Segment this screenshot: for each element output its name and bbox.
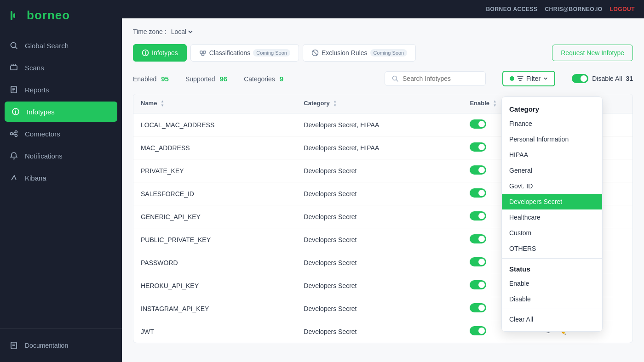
- stat-enabled: Enabled 95: [133, 75, 169, 83]
- filter-disable[interactable]: Disable: [502, 291, 602, 307]
- row-toggle[interactable]: [470, 211, 486, 221]
- search-input[interactable]: [402, 75, 476, 82]
- dropdown-divider: [502, 258, 602, 259]
- cell-category: Developers Secret, HIPAA: [296, 113, 462, 136]
- svg-point-14: [15, 110, 16, 111]
- sidebar-nav: Global Search Scans Reports Infotypes Co…: [0, 31, 122, 328]
- sidebar-item-label: Scans: [25, 64, 44, 72]
- doc-icon: [9, 341, 18, 350]
- sidebar-bottom-label: Documentation: [25, 342, 68, 349]
- tab-classifications[interactable]: Classifications Coming Soon: [190, 44, 299, 62]
- sidebar-item-global-search[interactable]: Global Search: [0, 34, 122, 57]
- logo-icon: [9, 9, 22, 22]
- cell-category: Developers Secret, HIPAA: [296, 136, 462, 159]
- row-toggle[interactable]: [470, 303, 486, 312]
- row-toggle[interactable]: [470, 188, 486, 198]
- row-toggle[interactable]: [470, 142, 486, 152]
- clear-all-button[interactable]: Clear All: [502, 311, 602, 328]
- row-toggle[interactable]: [470, 257, 486, 266]
- category-section-title: Category: [502, 101, 602, 116]
- exclusion-rules-badge: Coming Soon: [370, 49, 408, 57]
- cell-category: Developers Secret: [296, 320, 462, 343]
- filter-icon: [517, 75, 523, 82]
- svg-line-19: [13, 134, 15, 135]
- sidebar-item-label: Connectors: [25, 130, 60, 138]
- cell-category: Developers Secret: [296, 251, 462, 274]
- filter-finance[interactable]: Finance: [502, 116, 602, 131]
- logo: borneo: [0, 0, 122, 31]
- svg-point-17: [15, 135, 17, 137]
- cell-name: INSTAGRAM_API_KEY: [133, 297, 296, 320]
- filter-button[interactable]: Filter: [502, 71, 555, 86]
- sidebar-item-label: Global Search: [25, 42, 69, 50]
- tab-exclusion-rules[interactable]: Exclusion Rules Coming Soon: [303, 44, 416, 62]
- sidebar: borneo Global Search Scans Reports Infot…: [0, 0, 122, 362]
- filter-enable[interactable]: Enable: [502, 276, 602, 291]
- categories-label: Categories: [244, 75, 275, 83]
- sidebar-item-label: Reports: [25, 86, 49, 94]
- svg-point-25: [145, 51, 146, 52]
- filter-healthcare[interactable]: Healthcare: [502, 209, 602, 225]
- search-box: [385, 71, 486, 86]
- row-toggle[interactable]: [470, 326, 486, 335]
- col-category: Category ▲▼: [296, 94, 462, 113]
- sidebar-item-documentation[interactable]: Documentation: [9, 334, 113, 356]
- row-toggle[interactable]: [470, 119, 486, 129]
- row-toggle[interactable]: [470, 234, 486, 243]
- supported-value: 96: [219, 75, 227, 83]
- tab-infotypes[interactable]: Infotypes: [133, 44, 187, 62]
- filter-general[interactable]: General: [502, 163, 602, 178]
- stats-row: Enabled 95 Supported 96 Categories 9 Fil…: [133, 71, 633, 86]
- topbar: BORNEO ACCESS CHRIS@BORNEO.IO LOGOUT: [122, 0, 644, 18]
- row-toggle[interactable]: [470, 280, 486, 289]
- svg-rect-4: [11, 66, 17, 70]
- chevron-down-icon: [543, 76, 548, 81]
- enabled-value: 95: [161, 75, 169, 83]
- enabled-label: Enabled: [133, 75, 156, 83]
- categories-value: 9: [280, 75, 283, 83]
- request-new-infotype-button[interactable]: Request New Infotype: [552, 45, 633, 61]
- cell-name: LOCAL_MAC_ADDRESS: [133, 113, 296, 136]
- logo-text: borneo: [27, 8, 70, 23]
- dropdown-divider-2: [502, 309, 602, 309]
- reports-icon: [9, 85, 18, 94]
- tab-infotypes-label: Infotypes: [152, 49, 178, 57]
- stat-categories: Categories 9: [244, 75, 283, 83]
- filter-personal-info[interactable]: Personal Information: [502, 131, 602, 147]
- cell-name: GENERIC_API_KEY: [133, 205, 296, 228]
- supported-label: Supported: [185, 75, 215, 83]
- cell-category: Developers Secret: [296, 274, 462, 297]
- logout-button[interactable]: LOGOUT: [610, 6, 635, 12]
- sidebar-item-reports[interactable]: Reports: [0, 79, 122, 101]
- cell-name: PASSWORD: [133, 251, 296, 274]
- sidebar-item-infotypes[interactable]: Infotypes: [5, 102, 117, 122]
- filter-developers-secret[interactable]: Developers Secret: [502, 194, 602, 209]
- filter-others[interactable]: OTHERS: [502, 241, 602, 256]
- filter-label: Filter: [526, 75, 540, 82]
- timezone-select[interactable]: Local UTC: [169, 28, 194, 36]
- svg-rect-28: [201, 54, 204, 56]
- cell-name: SALESFORCE_ID: [133, 182, 296, 205]
- filter-govt-id[interactable]: Govt. ID: [502, 178, 602, 194]
- status-section-title: Status: [502, 260, 602, 276]
- sidebar-item-notifications[interactable]: Notifications: [0, 145, 122, 167]
- filter-custom[interactable]: Custom: [502, 225, 602, 241]
- svg-point-16: [15, 131, 17, 133]
- disable-all-toggle[interactable]: [572, 74, 588, 83]
- scan-icon: [9, 63, 18, 72]
- disable-all-button[interactable]: Disable All 31: [572, 74, 633, 83]
- svg-rect-26: [200, 51, 202, 53]
- disable-all-label: Disable All 31: [592, 75, 633, 82]
- tab-right: Request New Infotype: [552, 45, 633, 61]
- cell-name: HEROKU_API_KEY: [133, 274, 296, 297]
- sidebar-item-connectors[interactable]: Connectors: [0, 123, 122, 145]
- kibana-icon: [9, 173, 18, 182]
- bell-icon: [9, 151, 18, 160]
- filter-hipaa[interactable]: HIPAA: [502, 147, 602, 163]
- row-toggle[interactable]: [470, 165, 486, 175]
- sidebar-item-kibana[interactable]: Kibana: [0, 167, 122, 189]
- svg-line-30: [313, 51, 317, 55]
- classifications-badge: Coming Soon: [253, 49, 290, 57]
- cell-name: PRIVATE_KEY: [133, 159, 296, 182]
- sidebar-item-scans[interactable]: Scans: [0, 57, 122, 79]
